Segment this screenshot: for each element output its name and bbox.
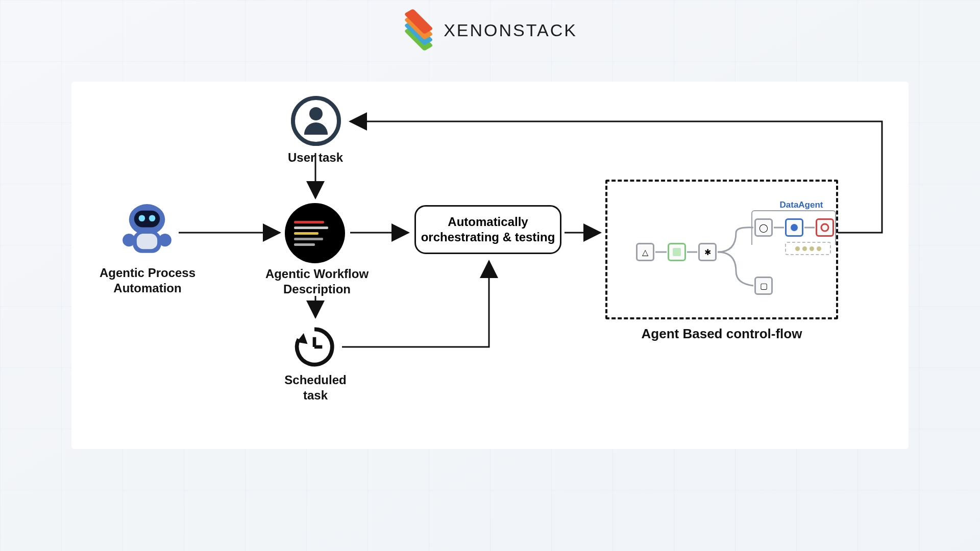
svg-point-21 (791, 224, 798, 231)
agentic-process-automation-label: Agentic Process Automation (85, 265, 210, 296)
user-task-label: User task (275, 150, 356, 165)
flow-sync-icon: ◯ (754, 218, 773, 237)
agent-control-flow-label: Agent Based control-flow (605, 325, 838, 342)
svg-rect-20 (673, 248, 681, 256)
agentic-workflow-description-label: Agentic Workflow Description (254, 266, 380, 297)
svg-point-11 (122, 234, 135, 246)
flow-stop-icon (816, 218, 834, 237)
flow-gear-icon: ✱ (698, 243, 717, 261)
flow-output-icon: ▢ (754, 277, 773, 295)
svg-point-8 (149, 215, 156, 222)
robot-icon (115, 199, 179, 263)
stack-logo-icon (403, 14, 434, 46)
svg-point-7 (139, 215, 145, 222)
user-icon (291, 96, 341, 146)
orchestration-box: Automatically orchestrating & testing (414, 205, 561, 254)
svg-point-12 (159, 234, 172, 246)
scheduled-task-icon (290, 322, 339, 371)
diagram-panel: User task Agentic Process Automation (71, 82, 909, 449)
flow-start-icon: △ (636, 243, 654, 261)
diagram-canvas: XENONSTACK (0, 0, 980, 551)
scheduled-task-label: Scheduled task (273, 372, 358, 403)
flow-data-icon (668, 243, 686, 261)
brand-logo-block: XENONSTACK (403, 14, 577, 46)
svg-rect-10 (137, 234, 157, 249)
flow-agent-blue-icon (785, 218, 803, 237)
brand-name: XENONSTACK (444, 20, 577, 40)
agent-control-flow-box: DataAgent △ ✱ ◯ (605, 180, 838, 319)
svg-rect-6 (134, 211, 160, 228)
svg-point-22 (821, 224, 828, 231)
agent-flow-nodes: DataAgent △ ✱ ◯ (607, 182, 836, 317)
workflow-code-icon (285, 203, 345, 263)
flow-queue-icon (785, 242, 831, 255)
